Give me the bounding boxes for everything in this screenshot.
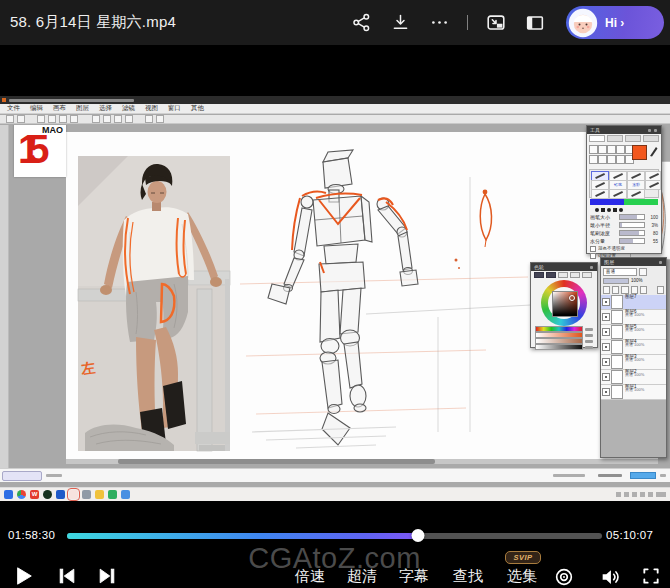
- tool-cell: [607, 145, 616, 154]
- tool-tab: [607, 135, 623, 142]
- toolbar-icon: [125, 115, 133, 123]
- brush-cell: [609, 189, 627, 199]
- density-slider: 笔刷浓度 80: [587, 229, 661, 237]
- share-icon[interactable]: [350, 12, 372, 34]
- color-cursor: [569, 295, 575, 301]
- previous-episode-button[interactable]: [57, 566, 79, 588]
- zoom-control: [2, 471, 42, 481]
- taskbar-icon-folder: [95, 490, 104, 499]
- mini-window-icon[interactable]: [524, 12, 546, 34]
- app-titlebar: [0, 96, 670, 104]
- more-icon[interactable]: [428, 12, 450, 34]
- volume-icon[interactable]: [599, 566, 621, 588]
- menu-window: 窗口: [168, 104, 181, 113]
- taskbar-icon-green-app: [108, 490, 117, 499]
- color-mode-chip: [534, 272, 544, 278]
- taskbar-icon-paint-app-active: [69, 490, 78, 499]
- layers-panel-title: 图层: [604, 259, 614, 265]
- color-panel-titlebar: 色轮: [531, 263, 597, 271]
- toolbar-icon: [114, 115, 122, 123]
- stroke-preview: [590, 199, 658, 205]
- app-workspace: 左: [0, 125, 670, 468]
- brush-cell: [591, 189, 609, 199]
- toolbar-icon: [48, 115, 56, 123]
- account-label: Hi ›: [605, 16, 624, 30]
- brush-tip-icon: [613, 208, 617, 212]
- recorded-desktop: 文件 编辑 画布 图层 选择 滤镜 视图 窗口 其他: [0, 96, 670, 501]
- brush-size-slider: 画笔大小 100: [587, 213, 661, 221]
- status-text: [598, 474, 622, 477]
- app-title-text: [9, 99, 134, 102]
- next-episode-button[interactable]: [97, 566, 119, 588]
- app-menubar: 文件 编辑 画布 图层 选择 滤镜 视图 窗口 其他: [0, 104, 670, 114]
- brush-tip-icon: [619, 208, 623, 212]
- tray-icon: [648, 492, 653, 497]
- layer-list-empty-area: [601, 400, 666, 457]
- layer-visibility-icon: [602, 343, 610, 351]
- brush-tip-icon: [595, 208, 599, 212]
- app-toolbar: [0, 115, 670, 124]
- taskbar-icon-edge: [4, 490, 13, 499]
- dropdown-arrow-icon: [639, 268, 647, 276]
- search-button[interactable]: 查找: [453, 567, 483, 586]
- windows-taskbar: W: [0, 487, 670, 501]
- progress-bar[interactable]: [67, 533, 602, 539]
- brush-tip-icon: [601, 208, 605, 212]
- tray-icon: [624, 492, 629, 497]
- layer-visibility-icon: [602, 313, 610, 321]
- new-folder-icon: [612, 286, 619, 294]
- tool-panel: 工具: [586, 125, 662, 254]
- toolbar-icon: [6, 115, 14, 123]
- opacity-value: 100%: [631, 278, 643, 283]
- tool-checkbox-row: 混色不透明度: [587, 245, 661, 252]
- fullscreen-icon[interactable]: [641, 566, 663, 588]
- scrollbar-thumb: [118, 459, 435, 464]
- brush-cell: [645, 180, 661, 190]
- menu-select: 选择: [99, 104, 112, 113]
- layers-panel-titlebar: 图层: [601, 258, 666, 266]
- video-player-window: 58. 6月14日 星期六.mp4: [0, 0, 670, 588]
- system-tray: [616, 492, 666, 497]
- menu-edit: 编辑: [30, 104, 43, 113]
- panel-min-icon: [648, 129, 651, 132]
- video-area[interactable]: 文件 编辑 画布 图层 选择 滤镜 视图 窗口 其他: [0, 45, 670, 523]
- video-title: 58. 6月14日 星期六.mp4: [10, 13, 176, 32]
- toolbar-icon: [70, 115, 78, 123]
- play-button[interactable]: [14, 566, 36, 588]
- settings-icon[interactable]: [553, 566, 575, 588]
- min-radius-slider: 最小半径 3%: [587, 221, 661, 229]
- layer-visibility-icon: [602, 328, 610, 336]
- panel-close-icon: [659, 261, 662, 264]
- status-text: [660, 474, 666, 477]
- watermark-logo-15mao: 15 MAO: [14, 125, 66, 177]
- tool-cell: [616, 145, 625, 154]
- subtitles-button[interactable]: 字幕: [399, 567, 429, 586]
- layer-visibility-icon: [602, 358, 610, 366]
- delete-layer-icon: [657, 286, 664, 294]
- panel-close-icon: [654, 129, 657, 132]
- progress-thumb[interactable]: [412, 529, 425, 542]
- color-mode-chip: [582, 272, 592, 278]
- color-mode-chip: [546, 272, 556, 278]
- layer-thumbnail: [611, 310, 623, 324]
- new-layer-icon: [603, 286, 610, 294]
- avatar: [568, 8, 598, 38]
- quality-button[interactable]: 超清: [347, 567, 377, 586]
- taskbar-icon-blue-app: [56, 490, 65, 499]
- tool-tabs: [587, 134, 661, 144]
- current-time: 01:58:30: [8, 529, 55, 541]
- toolbar-icon: [156, 115, 164, 123]
- status-text: [553, 474, 585, 477]
- speed-button[interactable]: 倍速: [295, 567, 325, 586]
- tool-cell: [589, 145, 598, 154]
- picture-in-picture-icon[interactable]: [485, 12, 507, 34]
- tool-tab: [625, 135, 641, 142]
- color-mode-chips: [531, 271, 597, 280]
- account-button[interactable]: Hi ›: [566, 6, 664, 39]
- layer-thumbnail: [611, 295, 623, 309]
- brush-grid: 铅笔 水彩: [589, 169, 659, 198]
- app-statusbar: [0, 468, 670, 482]
- download-icon[interactable]: [389, 12, 411, 34]
- episodes-button[interactable]: 选集: [507, 567, 537, 586]
- layer-visibility-icon: [602, 388, 610, 396]
